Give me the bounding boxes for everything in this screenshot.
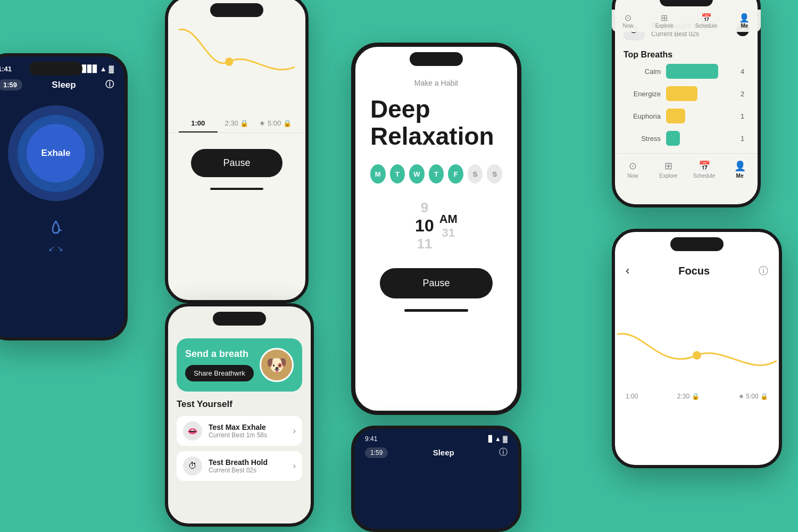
notch [29,62,82,76]
phone-timer: 1:00 2:30 🔒 ★ 5:00 🔒 Pause [165,0,309,303]
pause-button-deep[interactable]: Pause [380,268,492,298]
breath-circles: Exhale [0,105,124,201]
bar-fill-stress [666,131,680,146]
test-exhale-icon: 👄 [183,421,202,440]
nav-schedule[interactable]: 📅Schedule [686,158,722,181]
nav-me[interactable]: 👤Me [722,158,758,181]
bar-fill-energize [666,86,697,101]
tab-2min[interactable]: 2:30 🔒 [218,115,256,132]
bar-track-calm [666,64,735,79]
pause-btn-container: Pause [168,149,305,177]
info-icon-2: ⓘ [499,447,508,458]
status-icons: ▊▊▊ ▲ ▓ [82,65,114,73]
now-icon-top: ⊙ [623,13,634,23]
explore-icon: ⊞ [651,160,686,172]
focus-chart [615,286,779,393]
phone-deep: Make a Habit Deep Relaxation M T W T F S… [351,43,521,415]
svg-point-1 [693,351,701,360]
arrow-icon: › [293,426,296,436]
breath-mid: Exhale [18,115,95,192]
test-item-hold[interactable]: ⏱ Test Breath Hold Current Best 02s › [177,451,302,481]
send-title: Send a breath [185,348,254,360]
tab-5min[interactable]: ★ 5:00 🔒 [256,115,295,132]
bar-count-stress: 1 [741,135,749,143]
days-row: M T W T F S S [370,164,502,184]
bar-count-energize: 2 [741,90,749,98]
notch [210,3,263,17]
pug-avatar: 🐶 [260,348,294,382]
battery-icon: ▓ [109,65,114,73]
nav-schedule-top[interactable]: 📅 Schedule [695,13,718,29]
test-title: Test Yourself [177,399,302,410]
test-item-exhale[interactable]: 👄 Test Max Exhale Current Best 1m 58s › [177,416,302,446]
svg-point-0 [225,57,233,66]
info-icon: ⓘ [759,264,768,277]
test-hold-title: Test Breath Hold [209,458,268,467]
hour-below: 11 [415,236,434,252]
sleep-header: 1:59 Sleep ⓘ [0,75,124,95]
ampm-main: AM [439,212,458,226]
tabs-row: 1:00 2:30 🔒 ★ 5:00 🔒 [168,115,305,133]
timer-badge-2: 1:59 [365,447,388,458]
test-section: Test Yourself 👄 Test Max Exhale Current … [168,399,311,481]
test-hold-icon: ⏱ [183,456,202,476]
phone-focus: ‹ Focus ⓘ 1:00 2:30 🔒 ★ 5:00 🔒 [612,229,782,468]
bar-count-calm: 4 [741,68,749,76]
day-T2: T [429,164,444,184]
notch [660,0,713,6]
nav-now-top[interactable]: ⊙ Now [623,13,634,29]
me-icon: 👤 [722,160,758,172]
sleep-title: Sleep [52,80,76,90]
info-icon: ⓘ [105,79,114,90]
bar-label-stress: Stress [624,135,661,143]
make-habit-label: Make a Habit [370,79,502,87]
day-W: W [409,164,425,184]
share-button[interactable]: Share Breathwrk [185,365,254,381]
share-card: Send a breath Share Breathwrk 🐶 [177,338,302,392]
schedule-icon-top: 📅 [695,13,718,23]
top-breaths-title: Top Breaths [615,46,758,64]
test-hold-subtitle: Current Best 02s [209,467,268,474]
home-bar [168,188,305,190]
bar-count-euphoria: 1 [741,112,749,120]
top-nav-bar: ⊙ Now ⊞ Explore 📅 Schedule 👤 Me [612,10,761,32]
time: 1:41 [0,65,12,73]
deep-content: Make a Habit Deep Relaxation M T W T F S… [355,47,517,322]
bar-label-calm: Calm [624,68,661,76]
day-T1: T [390,164,405,184]
breath-inner: Exhale [27,124,85,182]
phone-sleep-bottom: 9:41 ▊ ▲ ▓ 1:59 Sleep ⓘ [351,426,521,532]
timer-badge: 1:59 [0,79,22,90]
pause-button[interactable]: Pause [191,149,282,177]
home-indicator [404,309,468,312]
back-button[interactable]: ‹ [626,264,629,278]
arrow-icon-2: › [293,461,296,471]
day-F: F [448,164,463,184]
hour-above: 9 [415,200,434,216]
time-2: 9:41 [365,435,377,443]
ampm-below: 31 [439,226,458,240]
test-hold-text: Test Breath Hold Current Best 02s [209,458,268,474]
hour-main: 10 [415,216,434,236]
bar-euphoria: Euphoria 1 [624,109,749,123]
breath-outer: Exhale [8,105,104,201]
nav-me-top[interactable]: 👤 Me [739,13,750,29]
bar-calm: Calm 4 [624,64,749,79]
notch [213,312,266,326]
nav-now[interactable]: ⊙Now [615,158,651,181]
day-M: M [370,164,386,184]
test-exhale-title: Test Max Exhale [209,423,267,431]
nav-explore-top[interactable]: ⊞ Explore [655,13,674,29]
bar-fill-euphoria [666,109,685,123]
day-S1: S [468,164,483,184]
tab-1min[interactable]: 1:00 [179,115,218,132]
hour-col: 9 10 11 [415,200,434,252]
explore-icon-top: ⊞ [655,13,674,23]
header-row-2: 1:59 Sleep ⓘ [354,445,518,460]
test-exhale-text: Test Max Exhale Current Best 1m 58s [209,423,267,439]
nav-explore[interactable]: ⊞Explore [651,158,686,181]
schedule-icon: 📅 [686,160,722,172]
deep-title: Deep Relaxation [370,96,502,149]
bar-fill-calm [666,64,718,79]
share-card-text: Send a breath Share Breathwrk [185,348,254,381]
